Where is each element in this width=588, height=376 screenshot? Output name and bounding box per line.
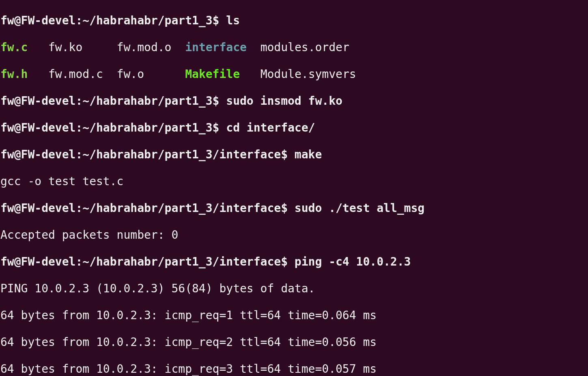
prompt-line: fw@FW-devel:~/habrahabr/part1_3/interfac… — [0, 255, 588, 268]
ping-reply: 64 bytes from 10.0.2.3: icmp_req=1 ttl=6… — [0, 309, 588, 322]
file-fw-h: fw.h — [0, 67, 28, 81]
prompt-line: fw@FW-devel:~/habrahabr/part1_3$ sudo in… — [0, 94, 588, 108]
ls-output-row: fw.c fw.ko fw.mod.o interface modules.or… — [0, 41, 588, 54]
make-output: gcc -o test test.c — [0, 175, 588, 188]
file-fw-mod-o: fw.mod.o — [117, 41, 172, 54]
file-module-symvers: Module.symvers — [261, 67, 356, 81]
file-fw-o: fw.o — [117, 67, 144, 81]
prompt-line: fw@FW-devel:~/habrahabr/part1_3$ cd inte… — [0, 121, 588, 134]
ping-reply: 64 bytes from 10.0.2.3: icmp_req=3 ttl=6… — [0, 362, 588, 376]
ping-header: PING 10.0.2.3 (10.0.2.3) 56(84) bytes of… — [0, 282, 588, 295]
ping-reply: 64 bytes from 10.0.2.3: icmp_req=2 ttl=6… — [0, 335, 588, 349]
file-fw-ko: fw.ko — [48, 41, 82, 54]
prompt-line: fw@FW-devel:~/habrahabr/part1_3/interfac… — [0, 201, 588, 215]
terminal-output[interactable]: fw@FW-devel:~/habrahabr/part1_3$ ls fw.c… — [0, 0, 588, 376]
file-fw-mod-c: fw.mod.c — [48, 67, 103, 81]
file-makefile: Makefile — [185, 67, 240, 81]
file-modules-order: modules.order — [261, 41, 349, 54]
accepted-packets: Accepted packets number: 0 — [0, 228, 588, 242]
ls-output-row: fw.h fw.mod.c fw.o Makefile Module.symve… — [0, 67, 588, 81]
dir-interface: interface — [185, 41, 247, 54]
prompt-line: fw@FW-devel:~/habrahabr/part1_3$ ls — [0, 14, 588, 27]
file-fw-c: fw.c — [0, 41, 28, 54]
prompt-line: fw@FW-devel:~/habrahabr/part1_3/interfac… — [0, 148, 588, 161]
